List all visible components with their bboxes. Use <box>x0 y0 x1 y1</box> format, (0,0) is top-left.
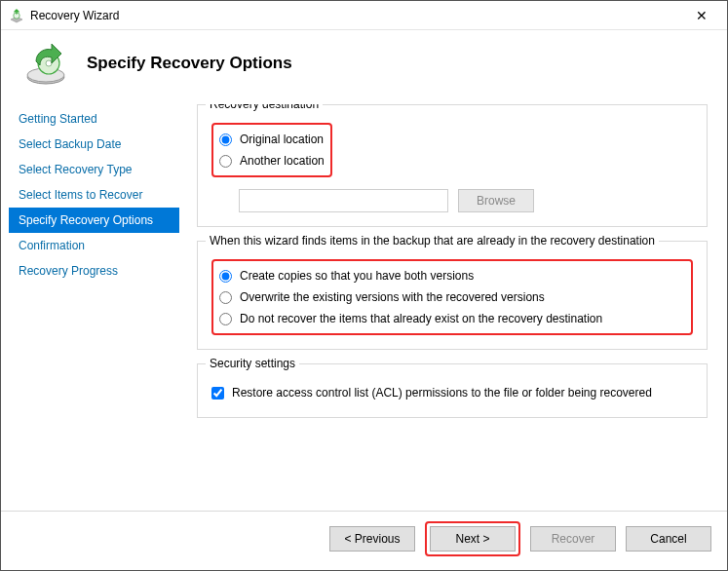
sidebar-item-select-items[interactable]: Select Items to Recover <box>9 182 179 208</box>
radio-overwrite[interactable] <box>219 291 232 304</box>
label-original-location[interactable]: Original location <box>240 133 324 146</box>
checkbox-restore-acl[interactable] <box>211 387 224 400</box>
sidebar-item-specify-options[interactable]: Specify Recovery Options <box>9 208 179 233</box>
path-row: Browse <box>211 189 693 212</box>
cancel-button[interactable]: Cancel <box>626 526 711 552</box>
sidebar-item-confirmation[interactable]: Confirmation <box>9 233 179 258</box>
radio-skip[interactable] <box>219 313 232 325</box>
check-row-acl: Restore access control list (ACL) permis… <box>211 382 693 403</box>
svg-point-4 <box>46 60 52 66</box>
security-legend: Security settings <box>206 357 299 370</box>
wizard-footer: < Previous Next > Recover Cancel <box>1 511 727 570</box>
sidebar: Getting Started Select Backup Date Selec… <box>9 104 179 511</box>
conflict-legend: When this wizard finds items in the back… <box>206 234 659 247</box>
radio-another-location[interactable] <box>219 155 232 168</box>
conflict-group: When this wizard finds items in the back… <box>197 241 708 350</box>
recover-button: Recover <box>530 526 616 552</box>
label-skip[interactable]: Do not recover the items that already ex… <box>240 312 602 325</box>
security-group: Security settings Restore access control… <box>197 363 708 418</box>
label-create-copies[interactable]: Create copies so that you have both vers… <box>240 269 474 283</box>
radio-row-copies: Create copies so that you have both vers… <box>219 265 685 286</box>
wizard-window: Recovery Wizard ✕ Specify Recovery Optio… <box>0 0 728 571</box>
destination-highlight: Original location Another location <box>211 123 332 177</box>
sidebar-item-recovery-progress[interactable]: Recovery Progress <box>9 258 179 284</box>
wizard-icon <box>22 40 69 87</box>
next-button[interactable]: Next > <box>430 526 516 552</box>
sidebar-item-getting-started[interactable]: Getting Started <box>9 106 179 132</box>
previous-button[interactable]: < Previous <box>329 526 415 552</box>
browse-button: Browse <box>458 189 534 212</box>
radio-row-another: Another location <box>219 150 325 171</box>
radio-row-skip: Do not recover the items that already ex… <box>219 308 685 329</box>
radio-original-location[interactable] <box>219 133 232 146</box>
label-overwrite[interactable]: Overwrite the existing versions with the… <box>240 290 545 304</box>
destination-group: Recovery destination Original location A… <box>197 104 708 227</box>
wizard-body: Getting Started Select Backup Date Selec… <box>1 104 727 511</box>
page-title: Specify Recovery Options <box>87 54 292 73</box>
radio-create-copies[interactable] <box>219 270 232 283</box>
sidebar-item-select-backup-date[interactable]: Select Backup Date <box>9 132 179 157</box>
window-title: Recovery Wizard <box>30 9 682 22</box>
label-restore-acl[interactable]: Restore access control list (ACL) permis… <box>232 386 652 400</box>
sidebar-item-select-recovery-type[interactable]: Select Recovery Type <box>9 157 179 182</box>
radio-row-original: Original location <box>219 129 325 150</box>
wizard-header: Specify Recovery Options <box>1 30 727 104</box>
app-icon <box>9 8 24 23</box>
label-another-location[interactable]: Another location <box>240 154 325 168</box>
path-input <box>239 189 448 212</box>
conflict-highlight: Create copies so that you have both vers… <box>211 259 693 335</box>
titlebar: Recovery Wizard ✕ <box>1 1 727 30</box>
content-pane: Recovery destination Original location A… <box>179 104 719 511</box>
next-highlight: Next > <box>425 521 520 556</box>
close-button[interactable]: ✕ <box>682 2 721 29</box>
radio-row-overwrite: Overwrite the existing versions with the… <box>219 286 685 308</box>
destination-legend: Recovery destination <box>206 104 323 111</box>
